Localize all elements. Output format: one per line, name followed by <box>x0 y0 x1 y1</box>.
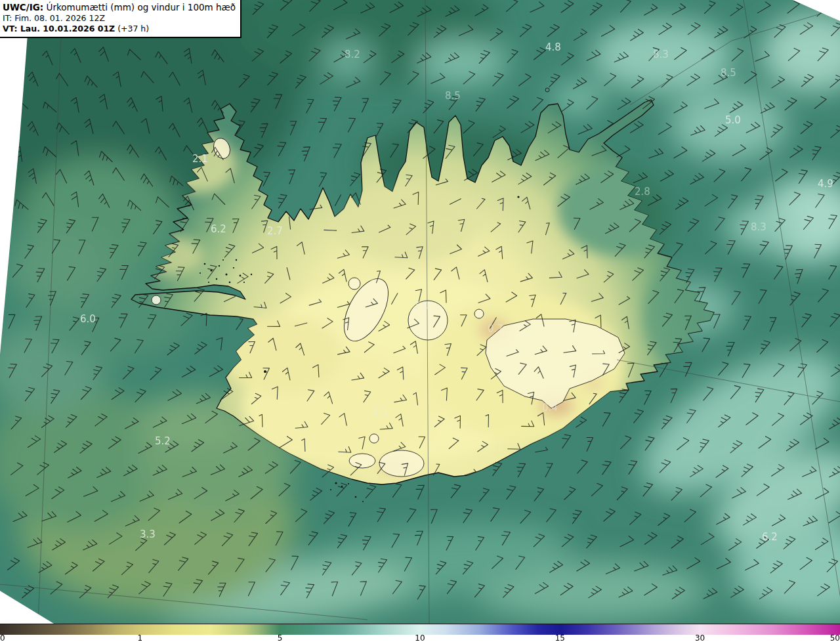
field-value-label: 0.4 <box>542 402 558 414</box>
field-value-label: 4.9 <box>818 178 833 190</box>
colorbar-tick: 0 <box>0 634 5 642</box>
field-value-label: 5.2 <box>155 435 171 447</box>
field-value-label: 2.8 <box>635 186 650 198</box>
init-time: Fim. 08. 01. 2026 12Z <box>12 13 105 23</box>
colorbar-tick: 15 <box>555 634 565 642</box>
valid-time: Lau. 10.01.2026 01Z <box>18 24 116 33</box>
field-value-label: 4.8 <box>545 41 561 53</box>
colorbar-tick: 10 <box>415 634 425 642</box>
map-canvas: 8.24.88.38.58.55.02.14.92.86.22.78.36.01… <box>0 0 840 624</box>
field-value-label: 3.3 <box>140 528 156 540</box>
field-value-label: 8.5 <box>721 67 736 79</box>
forecast-header: UWC/IG: Úrkomumætti (mm) og vindur i 100… <box>0 0 242 38</box>
colorbar-tick: 1 <box>138 634 143 642</box>
weather-map-viewport: 8.24.88.38.58.55.02.14.92.86.22.78.36.01… <box>0 0 840 642</box>
field-value-label: 2.7 <box>267 225 283 237</box>
colorbar-tick: 30 <box>695 634 705 642</box>
field-value-label: 2.1 <box>192 153 208 165</box>
valid-time-line: VT: Lau. 10.01.2026 01Z (+37 h) <box>3 24 236 34</box>
init-label: IT: <box>3 13 12 23</box>
field-value-label: 6.2 <box>762 531 778 543</box>
field-value-label: 8.3 <box>751 221 766 233</box>
init-time-line: IT: Fim. 08. 01. 2026 12Z <box>3 13 236 24</box>
colorbar-tick: 50 <box>830 634 840 642</box>
field-value-label: 1.0 <box>413 300 429 312</box>
map-title: Úrkomumætti (mm) og vindur i 100m hæð <box>43 2 236 12</box>
field-value-label: 8.5 <box>445 90 461 102</box>
field-value-label: 8.2 <box>345 49 360 60</box>
field-value-label: 6.0 <box>80 313 96 325</box>
colorbar-tick: 5 <box>278 634 283 642</box>
lead-time: (+37 h) <box>115 24 149 33</box>
colorbar: 01510153050 <box>0 624 840 642</box>
field-value-label: 5.0 <box>725 114 741 126</box>
field-value-label: 1.1 <box>373 406 388 418</box>
valid-label: VT: <box>3 24 18 33</box>
field-value-label: 8.3 <box>653 49 669 60</box>
field-value-label: 0.7 <box>488 323 503 335</box>
product-name: UWC/IG: <box>3 2 43 12</box>
colorbar-ticks: 01510153050 <box>0 635 840 642</box>
map-title-line: UWC/IG: Úrkomumætti (mm) og vindur i 100… <box>3 2 236 13</box>
field-value-label: 6.2 <box>211 223 226 235</box>
